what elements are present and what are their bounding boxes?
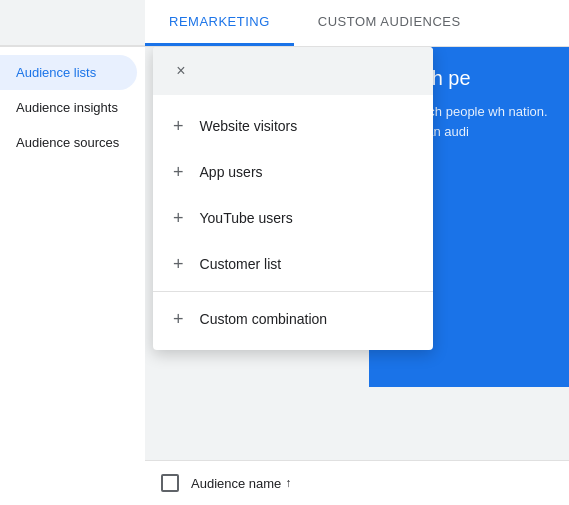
sidebar-item-audience-lists[interactable]: Audience lists (0, 55, 137, 90)
sidebar-item-audience-insights[interactable]: Audience insights (0, 90, 137, 125)
dropdown-item-custom-combination[interactable]: + Custom combination (153, 291, 433, 342)
close-icon: × (176, 62, 185, 80)
dropdown-items-list: + Website visitors + App users + YouTube… (153, 95, 433, 350)
dropdown-item-customer-list-label: Customer list (200, 256, 282, 272)
tab-custom-audiences-label: CUSTOM AUDIENCES (318, 14, 461, 29)
plus-icon: + (173, 117, 184, 135)
dropdown-item-app-users-label: App users (200, 164, 263, 180)
dropdown-item-custom-combination-label: Custom combination (200, 311, 328, 327)
tab-remarketing-label: REMARKETING (169, 14, 270, 29)
dropdown-item-youtube-users[interactable]: + YouTube users (153, 195, 433, 241)
sort-arrow-icon: ↑ (285, 476, 291, 490)
plus-icon: + (173, 255, 184, 273)
select-all-checkbox[interactable] (161, 474, 179, 492)
dropdown-item-youtube-users-label: YouTube users (200, 210, 293, 226)
dropdown-item-website-visitors-label: Website visitors (200, 118, 298, 134)
dropdown-item-customer-list[interactable]: + Customer list (153, 241, 433, 287)
dropdown-item-app-users[interactable]: + App users (153, 149, 433, 195)
sidebar-item-audience-lists-label: Audience lists (16, 65, 96, 80)
audience-name-label: Audience name (191, 476, 281, 491)
bottom-bar: Audience name ↑ (145, 460, 569, 505)
plus-icon: + (173, 163, 184, 181)
dropdown-header: × (153, 47, 433, 95)
tab-spacer (0, 0, 145, 46)
close-button[interactable]: × (169, 59, 193, 83)
dropdown-menu: × + Website visitors + App users + YouTu… (153, 47, 433, 350)
sidebar-item-audience-insights-label: Audience insights (16, 100, 118, 115)
plus-icon: + (173, 209, 184, 227)
plus-icon: + (173, 310, 184, 328)
sidebar-item-audience-sources[interactable]: Audience sources (0, 125, 137, 160)
content-area: Reach pe you reach people wh nation. Set… (145, 47, 569, 505)
tab-custom-audiences[interactable]: CUSTOM AUDIENCES (294, 0, 485, 46)
tab-bar: REMARKETING CUSTOM AUDIENCES (0, 0, 569, 47)
main-layout: Audience lists Audience insights Audienc… (0, 47, 569, 505)
tab-remarketing[interactable]: REMARKETING (145, 0, 294, 46)
sidebar: Audience lists Audience insights Audienc… (0, 47, 145, 505)
sidebar-item-audience-sources-label: Audience sources (16, 135, 119, 150)
dropdown-item-website-visitors[interactable]: + Website visitors (153, 103, 433, 149)
audience-name-column-header[interactable]: Audience name ↑ (191, 476, 291, 491)
